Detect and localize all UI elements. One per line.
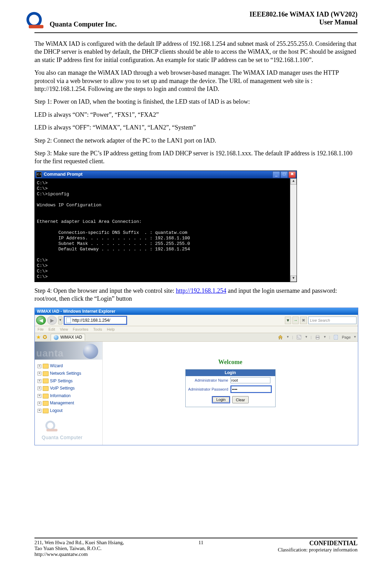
folder-icon [43,408,49,413]
ie-menu-file[interactable]: File [38,327,44,332]
admin-pass-input[interactable] [231,386,271,392]
para-1: The WiMAX IAD is configured with the def… [34,40,358,64]
svg-point-2 [297,338,298,339]
login-url-link[interactable]: http://192.168.1.254 [176,287,226,294]
ie-tab-active[interactable]: WiMAX IAD [51,334,85,341]
para-step4: Step 4: Open the browser and input the w… [34,287,358,303]
para-step1a: LED is always “ON”: “Power”, “FXS1”, “FX… [34,111,358,119]
content: The WiMAX IAD is configured with the def… [34,40,358,445]
ie-sep3: | [329,335,330,340]
ie-stop-button[interactable]: ✖ [300,317,307,324]
page-header: Quanta Computer Inc. IEEE802.16e WiMAX I… [34,10,358,30]
footer-addr2: Tao Yuan Shien, Taiwan, R.O.C. [34,546,124,551]
cmd-body: C:\> C:\> C:\>ipconfig Windows IP Config… [35,178,297,282]
ie-main-panel: Welcome Login Administrator Name Adminis… [103,342,358,445]
ie-sidebar-tree: +Wizard +Network Settings +SIP Settings … [38,362,101,414]
tree-expand-icon[interactable]: + [38,386,41,390]
tree-expand-icon[interactable]: + [38,394,41,398]
svg-rect-4 [316,335,319,337]
ie-menu-view[interactable]: View [60,327,68,332]
welcome-heading: Welcome [103,358,358,366]
cmd-output: C:\> C:\> C:\>ipconfig Windows IP Config… [35,178,290,282]
tree-expand-icon[interactable]: + [38,402,41,405]
ie-feed-icon[interactable] [296,334,302,340]
ie-address-highlight: http://192.168.1.254/ [64,316,127,325]
ie-print-icon[interactable] [314,334,321,340]
ie-refresh-button[interactable]: → [292,317,299,324]
sidebar-item-label: Wizard [50,363,63,369]
ie-page-icon [66,318,71,323]
svg-rect-5 [316,338,319,339]
ie-address-field[interactable]: http://192.168.1.254/ [64,317,126,324]
page-footer: 211, Wen Hwa 2nd Rd., Kuei Shan Hsiang, … [34,538,358,559]
cmd-minimize-button[interactable]: _ [272,171,280,178]
ie-menu-tools[interactable]: Tools [93,327,102,332]
header-left: Quanta Computer Inc. [34,10,117,30]
ie-nav-forward-button[interactable]: ▶ [47,316,57,325]
svg-rect-10 [47,429,58,431]
ie-tab-label: WiMAX IAD [60,335,82,340]
cmd-scroll-down-icon[interactable]: ▼ [290,276,297,282]
login-button-highlight: Login [212,396,230,403]
ie-feed-drop[interactable]: ▼ [305,335,308,339]
para-step2: Step 2: Connect the network adapter of t… [34,137,358,145]
para-step3: Step 3: Make sure the PC’s IP address ge… [34,149,358,166]
login-panel: Login Administrator Name Administrator P… [185,369,276,407]
tree-expand-icon[interactable]: + [38,372,41,375]
sidebar-item-sip-settings[interactable]: +SIP Settings [38,377,101,385]
cmd-scrollbar[interactable]: ▲ ▼ [290,178,297,282]
sidebar-item-label: VoIP Settings [50,386,75,391]
footer-addr1: 211, Wen Hwa 2nd Rd., Kuei Shan Hsiang, [34,540,124,546]
ie-search-field[interactable]: Live Search [308,317,357,324]
sidebar-item-label: Network Settings [50,371,81,376]
quanta-logo-icon [24,10,44,30]
sidebar-item-management[interactable]: +Management [38,400,101,407]
ie-home-icon[interactable] [277,334,283,340]
admin-name-input[interactable] [230,377,270,383]
ie-banner-text: uanta [36,347,64,360]
para-2: You also can manage the WiMAX IAD throug… [34,69,358,93]
footer-addr3: http://www.quantatw.com [34,551,124,557]
sidebar-item-network-settings[interactable]: +Network Settings [38,370,101,377]
cmd-maximize-button[interactable]: □ [280,171,288,178]
para-step1: Step 1: Power on IAD, when the booting i… [34,98,358,106]
tree-expand-icon[interactable]: + [38,379,41,383]
ie-home-drop[interactable]: ▼ [286,335,289,339]
ie-address-go-dropdown[interactable]: ▼ [285,317,291,324]
ie-nav-back-button[interactable]: ◀ [36,316,46,325]
company-name: Quanta Computer Inc. [50,20,117,28]
admin-pass-highlight [230,385,272,393]
ie-page-label[interactable]: Page [342,335,351,340]
doc-title-line2: User Manual [249,18,358,26]
sidebar-item-logout[interactable]: +Logout [38,407,101,415]
tree-expand-icon[interactable]: + [38,409,41,413]
ie-menu-help[interactable]: Help [107,327,115,332]
footer-row: 211, Wen Hwa 2nd Rd., Kuei Shan Hsiang, … [34,540,358,559]
sidebar-item-information[interactable]: +Information [38,392,101,400]
sidebar-item-label: Logout [50,408,63,414]
ie-addressbar-right: ▼ → ✖ Live Search [285,317,357,324]
login-button[interactable]: Login [213,397,229,402]
sidebar-item-label: Management [50,401,74,406]
tree-expand-icon[interactable]: + [38,364,41,368]
login-button-row: Login Clear [186,394,275,407]
cmd-close-button[interactable]: ✖ [288,171,296,178]
ie-page-drop[interactable]: ▼ [353,335,357,339]
cmd-title-left: C:\ Command Prompt [36,172,83,177]
folder-icon [43,371,49,376]
ie-menu-edit[interactable]: Edit [49,327,55,332]
cmd-scroll-up-icon[interactable]: ▲ [290,178,297,185]
ie-add-favorite-icon[interactable]: ✪ [43,334,47,341]
ie-nav-history-dropdown[interactable]: ▼ [58,316,62,324]
sidebar-item-label: SIP Settings [50,379,73,384]
ie-favorites-center-icon[interactable]: ★ [36,334,41,341]
ie-print-drop[interactable]: ▼ [323,335,327,339]
footer-page-number: 11 [198,540,203,559]
ie-sidebar: uanta +Wizard +Network Settings +SIP Set… [35,342,103,445]
ie-page-menu-icon[interactable] [333,334,339,340]
login-row-password: Administrator Password [186,384,275,394]
clear-button[interactable]: Clear [232,396,249,403]
sidebar-item-voip-settings[interactable]: +VoIP Settings [38,385,101,392]
ie-menu-favorites[interactable]: Favorites [73,327,88,332]
sidebar-item-wizard[interactable]: +Wizard [38,362,101,370]
